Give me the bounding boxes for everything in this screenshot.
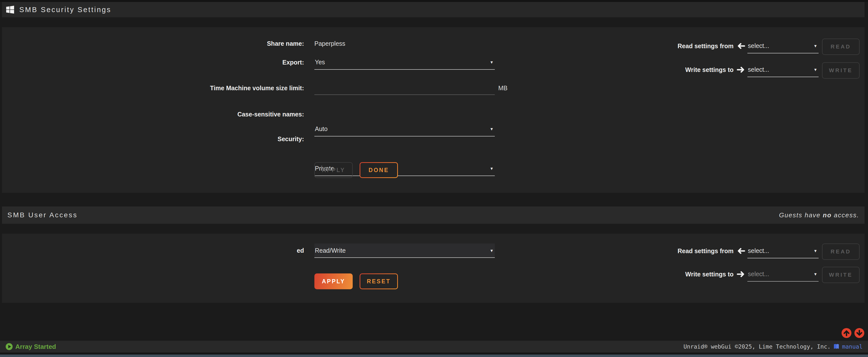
smb-user-access-panel: ed Read/Write ▾ APPLY RESET Read setting… xyxy=(2,234,865,303)
read-button[interactable]: READ xyxy=(822,38,860,55)
write-settings-select-value: select... xyxy=(748,66,769,73)
arrow-right-icon xyxy=(737,62,745,77)
array-status: Array Started xyxy=(5,343,56,351)
read-settings-select[interactable]: select... ▾ xyxy=(747,38,818,53)
page-title: SMB Security Settings xyxy=(19,6,112,14)
smb-settings-page: SMB Security Settings Share name: Paperp… xyxy=(0,0,868,357)
smb-user-access-header: SMB User Access Guests havenoaccess. xyxy=(2,206,865,224)
dropdown-arrow-icon: ▾ xyxy=(814,271,816,277)
export-select[interactable]: Yes ▾ xyxy=(314,55,495,70)
guests-access-note: Guests havenoaccess. xyxy=(779,211,859,219)
user-access-select[interactable]: Read/Write ▾ xyxy=(314,243,495,258)
user-access-select-value: Read/Write xyxy=(315,247,346,254)
write-settings-label: Write settings to xyxy=(585,267,734,281)
footer-right: Unraid® webGui ©2025, Lime Technology, I… xyxy=(683,344,863,350)
case-sensitive-label: Case-sensitive names: xyxy=(156,111,304,118)
share-name-value: Paperpless xyxy=(314,40,345,47)
dropdown-arrow-icon: ▾ xyxy=(490,248,493,254)
case-sensitive-select-value: Auto xyxy=(315,125,328,132)
windows-logo-icon xyxy=(6,5,14,14)
dropdown-arrow-icon: ▾ xyxy=(814,67,816,72)
dropdown-arrow-icon: ▾ xyxy=(814,248,816,254)
user-ed-label: ed xyxy=(156,247,304,254)
arrow-left-icon xyxy=(737,243,745,258)
scroll-to-top-button[interactable] xyxy=(841,328,852,338)
array-status-text: Array Started xyxy=(15,343,56,351)
tm-size-label: Time Machine volume size limit: xyxy=(156,85,304,92)
done-button[interactable]: DONE xyxy=(360,162,398,178)
case-sensitive-select[interactable]: Auto ▾ xyxy=(314,122,495,137)
read-settings-select-value: select... xyxy=(748,42,769,50)
dropdown-arrow-icon: ▾ xyxy=(814,43,816,49)
export-select-value: Yes xyxy=(315,59,325,66)
reset-button-label: RESET xyxy=(360,274,397,289)
bottom-edge-strip xyxy=(0,355,868,357)
tm-size-input[interactable] xyxy=(314,81,495,95)
share-name-label: Share name: xyxy=(156,40,304,47)
dropdown-arrow-icon: ▾ xyxy=(490,126,493,132)
read-button[interactable]: READ xyxy=(822,243,860,260)
array-started-play-icon xyxy=(5,343,13,350)
write-button[interactable]: WRITE xyxy=(822,267,860,283)
section-title: SMB User Access xyxy=(7,211,78,219)
security-label: Security: xyxy=(156,136,304,143)
apply-button[interactable]: APPLY xyxy=(314,162,353,178)
write-settings-select-value: select... xyxy=(748,270,769,278)
export-label: Export: xyxy=(156,59,304,66)
footer-divider xyxy=(0,353,868,355)
tm-size-unit: MB xyxy=(498,85,508,92)
copyright-text: Unraid® webGui ©2025, Lime Technology, I… xyxy=(683,344,831,350)
write-settings-label: Write settings to xyxy=(585,62,734,77)
arrow-left-icon xyxy=(737,38,745,53)
done-button-label: DONE xyxy=(360,163,397,177)
share-name-value-wrap: Paperpless xyxy=(314,40,495,47)
apply-button[interactable]: APPLY xyxy=(314,273,353,289)
read-settings-select-value: select... xyxy=(748,247,769,255)
manual-link[interactable]: manual xyxy=(842,344,863,350)
smb-security-panel: Share name: Paperpless Export: Yes ▾ Tim… xyxy=(2,27,865,193)
title-bar: SMB Security Settings xyxy=(2,2,865,17)
write-button[interactable]: WRITE xyxy=(822,62,860,79)
manual-book-icon xyxy=(833,344,840,350)
arrow-right-icon xyxy=(737,267,745,281)
read-settings-label: Read settings from xyxy=(585,38,734,53)
tm-size-field-wrap xyxy=(314,81,495,95)
dropdown-arrow-icon: ▾ xyxy=(490,59,493,65)
read-settings-select[interactable]: select... ▾ xyxy=(747,243,818,258)
footer-bar: Array Started Unraid® webGui ©2025, Lime… xyxy=(0,341,868,353)
note-prefix: Guests have xyxy=(779,211,820,219)
top-edge-strip xyxy=(0,0,868,2)
reset-button[interactable]: RESET xyxy=(360,273,398,289)
scroll-to-bottom-button[interactable] xyxy=(854,328,865,338)
write-settings-select[interactable]: select... ▾ xyxy=(747,267,818,281)
read-settings-label: Read settings from xyxy=(585,243,734,258)
write-settings-select[interactable]: select... ▾ xyxy=(747,62,818,77)
dropdown-arrow-icon: ▾ xyxy=(490,166,493,171)
note-bold: no xyxy=(823,211,832,219)
note-suffix: access. xyxy=(834,211,859,219)
